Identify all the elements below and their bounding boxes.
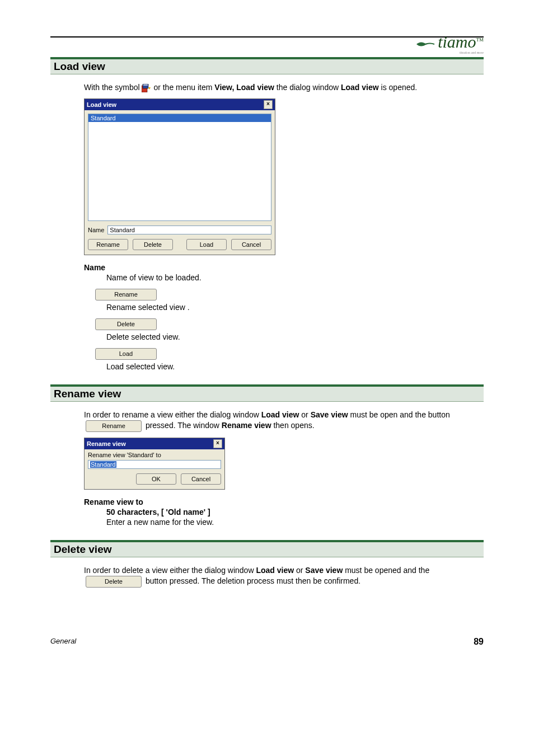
dialog-title: Rename view (87, 440, 126, 447)
svg-rect-2 (143, 84, 148, 86)
delete-view-intro: In order to delete a view either the dia… (84, 565, 484, 588)
rename-button[interactable]: Rename (88, 239, 128, 250)
rename-field-constraints: 50 characters, [ 'Old name' ] (106, 508, 484, 516)
rename-field-desc: Enter a new name for the view. (106, 518, 484, 527)
brand-logo: tiamoTM titration and more (415, 34, 484, 54)
close-icon[interactable]: × (264, 100, 273, 109)
load-button-graphic: Load (95, 348, 157, 360)
view-list[interactable]: Standard (88, 114, 271, 221)
section-header-load-view: Load view (50, 57, 484, 74)
rename-input[interactable]: Standard (88, 460, 221, 469)
footer-section: General (50, 637, 76, 647)
rename-btn-desc: Rename selected view . (106, 303, 484, 312)
rename-view-intro: In order to rename a view either the dia… (84, 410, 484, 432)
load-btn-desc: Load selected view. (106, 362, 484, 371)
page-footer: General 89 (0, 614, 534, 664)
section-header-rename-view: Rename view (50, 384, 484, 402)
delete-button-graphic: Delete (95, 318, 157, 330)
load-button[interactable]: Load (186, 239, 227, 250)
ok-button[interactable]: OK (136, 473, 176, 485)
rename-view-dialog: Rename view × Rename view 'Standard' to … (84, 438, 225, 490)
delete-inline-button: Delete (86, 576, 142, 588)
section-header-delete-view: Delete view (50, 540, 484, 557)
name-label: Name (88, 227, 104, 233)
load-view-icon (142, 84, 151, 92)
rename-button-graphic: Rename (95, 289, 157, 300)
list-item[interactable]: Standard (88, 114, 271, 122)
swoosh-icon (415, 35, 435, 52)
dialog-titlebar: Rename view × (85, 438, 224, 449)
dialog-titlebar: Load view × (85, 99, 275, 110)
load-view-dialog: Load view × Standard Name Rename Delete … (84, 98, 275, 255)
load-view-dialog-figure: Load view × Standard Name Rename Delete … (84, 98, 484, 255)
delete-button[interactable]: Delete (133, 239, 173, 250)
delete-btn-desc: Delete selected view. (106, 332, 484, 341)
dialog-title: Load view (87, 101, 116, 108)
field-name-label: Name (84, 263, 484, 272)
logo-text: tiamo (438, 32, 476, 51)
rename-field-name: Rename view to (84, 497, 484, 506)
rename-view-dialog-figure: Rename view × Rename view 'Standard' to … (84, 438, 484, 490)
cancel-button[interactable]: Cancel (231, 239, 271, 250)
load-view-intro: With the symbol or the menu item View, L… (84, 82, 484, 93)
rename-label: Rename view 'Standard' to (88, 452, 221, 458)
name-input[interactable] (107, 226, 271, 234)
rename-inline-button: Rename (86, 420, 142, 432)
cancel-button[interactable]: Cancel (181, 473, 221, 485)
close-icon[interactable]: × (213, 439, 222, 448)
page-number: 89 (474, 637, 484, 647)
field-name-desc: Name of view to be loaded. (106, 273, 484, 282)
logo-tm: TM (476, 37, 484, 43)
